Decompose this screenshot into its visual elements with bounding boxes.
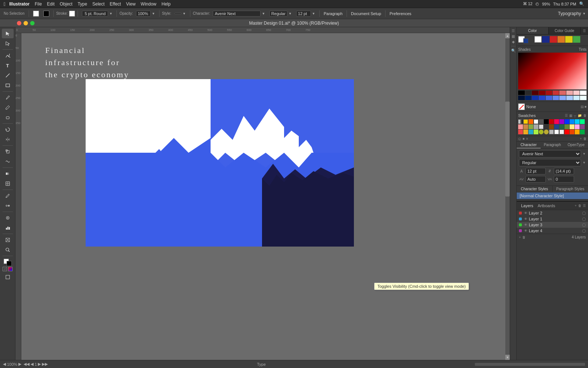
- layer1-eye[interactable]: 👁: [524, 217, 527, 221]
- swatch-brown[interactable]: [523, 124, 528, 129]
- sw-type-icon[interactable]: ■: [523, 137, 524, 141]
- font-style-select[interactable]: Regular: [519, 159, 581, 166]
- zoom-tool[interactable]: [2, 245, 14, 255]
- none-color[interactable]: ∅: [3, 267, 7, 271]
- shade-cell[interactable]: [573, 91, 580, 95]
- rotate-tool[interactable]: [2, 125, 14, 134]
- blend-tool[interactable]: [2, 201, 14, 210]
- swatch-red[interactable]: [549, 119, 554, 124]
- maximize-button[interactable]: [30, 21, 35, 25]
- rect-tool[interactable]: [2, 81, 14, 90]
- warp-tool[interactable]: [2, 157, 14, 166]
- preset-red[interactable]: [550, 36, 557, 43]
- swatch-lime[interactable]: [534, 130, 538, 134]
- eraser-tool[interactable]: [2, 113, 14, 122]
- swatch-gold[interactable]: [575, 130, 580, 134]
- shade-cell[interactable]: [525, 91, 532, 95]
- swatch-plum[interactable]: [580, 124, 585, 129]
- swatch-cyan[interactable]: [575, 119, 580, 124]
- screen-mode[interactable]: [2, 272, 14, 282]
- eyedropper-tool[interactable]: [2, 191, 14, 201]
- artboard[interactable]: [86, 79, 354, 247]
- font-style-selector[interactable]: Regular ▼: [268, 10, 293, 17]
- tab-paragraph[interactable]: Paragraph: [541, 142, 564, 148]
- shade-cell[interactable]: [546, 96, 552, 100]
- swatch-black[interactable]: [544, 119, 549, 124]
- properties-icon[interactable]: ☰: [512, 29, 515, 33]
- layers-del-icon[interactable]: 🗑: [578, 204, 581, 208]
- swatch-lilac[interactable]: [575, 124, 580, 129]
- swatch-gray[interactable]: [539, 119, 544, 124]
- font-selector[interactable]: Avenir Next ▼: [211, 10, 266, 17]
- swatch-gray2[interactable]: [549, 130, 554, 134]
- preset-blue[interactable]: [542, 36, 549, 43]
- swatch-offwhite[interactable]: [559, 130, 564, 134]
- line-tool[interactable]: [2, 71, 14, 80]
- swatch-darkbrown[interactable]: [549, 124, 554, 129]
- next-page-btn[interactable]: ▶▶: [42, 362, 48, 367]
- font-style-arrow[interactable]: ▼: [582, 161, 586, 164]
- fill-swatch[interactable]: [32, 10, 40, 17]
- layer-4-item[interactable]: 👁 Layer 4 ◯: [517, 228, 588, 234]
- zoom-in-btn[interactable]: ▶: [18, 362, 21, 367]
- paragraph-btn[interactable]: Paragraph: [322, 11, 344, 17]
- panel-menu-btn[interactable]: ☰: [581, 27, 588, 34]
- workspace-selector[interactable]: Typography ▼: [558, 11, 586, 16]
- shade-cell[interactable]: [532, 96, 538, 100]
- opacity-input[interactable]: 100% ▼: [135, 10, 157, 17]
- stroke-weight-selector[interactable]: 5 pt. Round ▼: [80, 10, 114, 17]
- menu-window[interactable]: Window: [141, 1, 157, 7]
- swatch-gradient1[interactable]: [518, 119, 523, 124]
- menu-effect[interactable]: Effect: [110, 1, 121, 7]
- preset-white[interactable]: [534, 36, 542, 43]
- preferences-btn[interactable]: Preferences: [388, 11, 413, 17]
- sw-add-icon[interactable]: ┬: [574, 114, 576, 117]
- layers-new-icon[interactable]: +: [519, 236, 521, 239]
- slice-tool[interactable]: [2, 235, 14, 245]
- normal-style-item[interactable]: [Normal Character Style]: [517, 192, 588, 199]
- layer4-eye[interactable]: 👁: [524, 229, 527, 233]
- selection-tool[interactable]: [2, 29, 14, 38]
- paintbrush-tool[interactable]: [2, 93, 14, 102]
- swatch-darkgray[interactable]: [544, 124, 549, 129]
- reflect-tool[interactable]: [2, 135, 14, 144]
- swatch-purple[interactable]: [559, 119, 564, 124]
- stroke-color[interactable]: [69, 11, 75, 17]
- menu-view[interactable]: View: [126, 1, 136, 7]
- swatch-silver[interactable]: [534, 124, 538, 129]
- column-graph-tool[interactable]: [2, 223, 14, 233]
- vertical-scrollbar[interactable]: ▲ ▼: [505, 33, 510, 360]
- swatch-white[interactable]: [534, 119, 538, 124]
- zoom-out-btn[interactable]: ◀: [3, 362, 6, 367]
- prev-page-btn[interactable]: ◀◀: [24, 362, 29, 367]
- font-size-input[interactable]: [526, 168, 546, 174]
- mesh-tool[interactable]: [2, 179, 14, 188]
- layers-mini-icon[interactable]: ▦: [512, 34, 515, 38]
- scale-tool[interactable]: [2, 147, 14, 156]
- shade-cell[interactable]: [539, 96, 545, 100]
- shade-cell[interactable]: [553, 96, 559, 100]
- tab-color-guide[interactable]: Color Guide: [549, 27, 581, 34]
- pencil-tool[interactable]: [2, 103, 14, 112]
- stroke-color-display[interactable]: [523, 38, 528, 43]
- swatch-yellow[interactable]: [523, 119, 528, 124]
- tracking-input[interactable]: [526, 176, 546, 183]
- swatch-lightblue[interactable]: [570, 119, 574, 124]
- tab-artboards[interactable]: Artboards: [535, 203, 557, 209]
- swatch-white2[interactable]: [554, 130, 559, 134]
- gradient-swatch[interactable]: [8, 267, 12, 271]
- leading-input[interactable]: [554, 168, 574, 174]
- swatch-pink[interactable]: [518, 124, 523, 129]
- canvas-area[interactable]: 0501001502002503003504004505005506006507…: [15, 27, 510, 360]
- font-family-select[interactable]: Avenir Next: [519, 150, 581, 158]
- layer3-eye[interactable]: 👁: [524, 223, 527, 227]
- shade-cell[interactable]: [559, 91, 566, 95]
- close-button[interactable]: [17, 21, 21, 25]
- layer3-target[interactable]: ◯: [582, 223, 586, 227]
- layer-2-item[interactable]: 👁 Layer 2 ◯: [517, 210, 588, 216]
- sw-delete-icon[interactable]: 🗑: [583, 114, 587, 117]
- apple-menu[interactable]: : [4, 1, 6, 7]
- next-btn[interactable]: ▶: [38, 362, 41, 367]
- layer2-target[interactable]: ◯: [582, 211, 586, 215]
- swatch-moss[interactable]: [564, 124, 569, 129]
